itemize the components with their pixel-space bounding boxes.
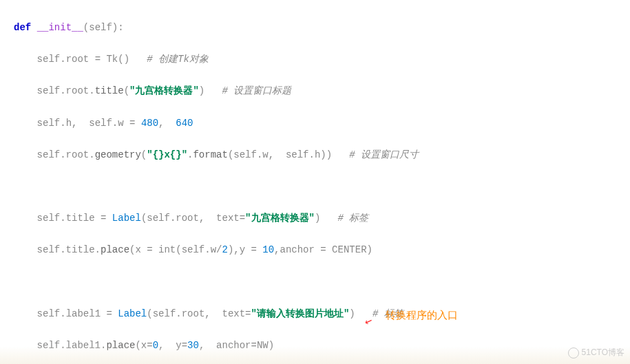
code-line: self.root.title("九宫格转换器") # 设置窗口标题 xyxy=(14,83,630,99)
code-line: self.label1 = Label(self.root, text="请输入… xyxy=(14,306,630,322)
code-line: self.title = Label(self.root, text="九宫格转… xyxy=(14,211,630,226)
watermark-text: 51CTO博客 xyxy=(568,346,624,360)
annotation-text: 转换程序的入口 xyxy=(386,307,458,324)
code-line: self.title.place(x = int(self.w/2),y = 1… xyxy=(14,242,630,258)
code-line: self.root.geometry("{}x{}".format(self.w… xyxy=(14,147,630,163)
code-line: def __init__(self): xyxy=(14,20,630,36)
code-line: self.h, self.w = 480, 640 xyxy=(14,116,630,131)
code-line xyxy=(14,275,630,290)
code-line: self.root = Tk() # 创建Tk对象 xyxy=(14,52,630,67)
code-line xyxy=(14,179,630,195)
code-line: self.label1.place(x=0, y=30, anchor=NW) xyxy=(14,338,630,354)
code-block: def __init__(self): self.root = Tk() # 创… xyxy=(0,0,630,364)
